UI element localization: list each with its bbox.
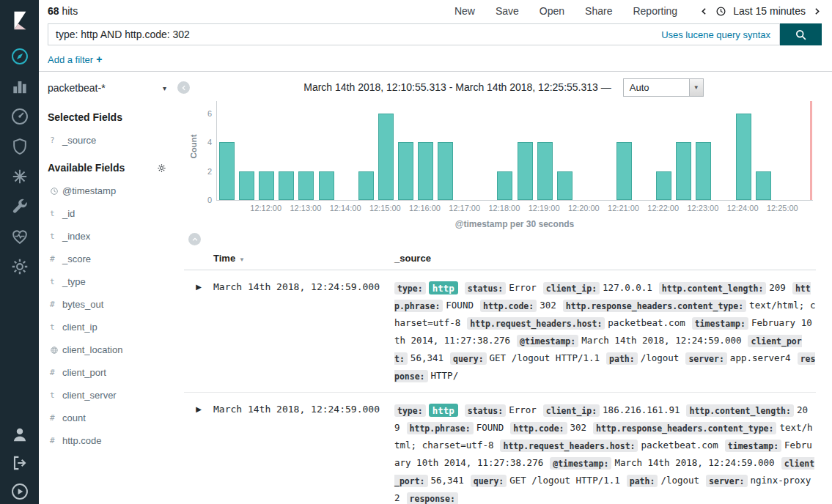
sidebar-item-security[interactable] xyxy=(10,137,29,156)
histogram-bar[interactable] xyxy=(497,171,512,200)
lucene-syntax-link[interactable]: Uses lucene query syntax xyxy=(661,29,770,40)
bar-chart-icon xyxy=(10,77,29,96)
selected-fields-heading: Selected Fields xyxy=(39,101,175,129)
table-header: Time▼ _source xyxy=(184,246,816,270)
sidebar-item-monitoring[interactable] xyxy=(10,227,29,246)
histogram-bar[interactable] xyxy=(219,142,235,200)
sidebar-item-dashboard[interactable] xyxy=(10,107,29,126)
histogram-bar[interactable] xyxy=(398,142,413,200)
field-badge: server: xyxy=(685,352,726,365)
sidebar-item-visualize[interactable] xyxy=(10,77,29,96)
gear-icon[interactable] xyxy=(157,163,166,173)
field-value: /logout xyxy=(660,475,699,486)
x-axis-tick: 12:15:00 xyxy=(369,204,401,212)
histogram-bar[interactable] xyxy=(279,171,294,200)
sidebar-item-account[interactable] xyxy=(10,425,29,444)
field-type-badge: # xyxy=(50,368,62,377)
histogram-bar[interactable] xyxy=(676,142,691,200)
field-item-client-port[interactable]: #client_port xyxy=(39,361,175,384)
field-item-bytes-out[interactable]: #bytes_out xyxy=(39,293,175,316)
search-box: Uses lucene query syntax xyxy=(48,23,780,45)
field-item-id[interactable]: t_id xyxy=(39,202,175,225)
field-badge: type: xyxy=(394,282,426,294)
field-value: 302 xyxy=(570,422,587,433)
field-name: client_ip xyxy=(62,322,97,333)
field-type-badge: # xyxy=(50,413,62,423)
histogram-bar[interactable] xyxy=(616,142,632,200)
field-item-http-code[interactable]: #http.code xyxy=(39,429,175,452)
sidebar-item-discover[interactable] xyxy=(10,47,29,66)
histogram-bar[interactable] xyxy=(259,171,274,200)
field-name: client_server xyxy=(62,390,117,401)
menu-open[interactable]: Open xyxy=(540,5,564,17)
field-type-badge: # xyxy=(50,300,62,309)
field-value: Error xyxy=(509,404,537,415)
field-value: packetbeat.com xyxy=(641,440,718,451)
search-input[interactable] xyxy=(48,29,661,40)
histogram-bar[interactable] xyxy=(656,171,671,200)
column-header-time[interactable]: Time▼ xyxy=(213,253,394,264)
field-item-index[interactable]: t_index xyxy=(39,225,175,248)
kibana-logo[interactable] xyxy=(0,0,39,41)
field-badge: @timestamp: xyxy=(517,335,578,347)
sidebar-item-logout[interactable] xyxy=(10,453,29,472)
sidebar-item-management[interactable] xyxy=(10,257,29,276)
search-button[interactable] xyxy=(780,23,822,45)
field-item-client-server[interactable]: tclient_server xyxy=(39,384,175,407)
histogram-bar[interactable] xyxy=(438,142,453,200)
histogram-bar[interactable] xyxy=(358,171,374,200)
histogram-bar[interactable] xyxy=(557,171,573,200)
time-back-button[interactable] xyxy=(699,7,709,16)
histogram-plot: 0246 xyxy=(216,101,813,201)
field-item-client-location[interactable]: client_location xyxy=(39,338,175,361)
expand-row-button[interactable]: ▶ xyxy=(184,401,213,504)
menu-save[interactable]: Save xyxy=(496,5,519,17)
histogram-bar[interactable] xyxy=(537,142,553,200)
field-item-timestamp[interactable]: @timestamp xyxy=(39,179,175,202)
field-badge: @timestamp: xyxy=(550,457,611,470)
y-axis-tick: 0 xyxy=(199,196,212,204)
sidebar-item-dev-tools[interactable] xyxy=(10,197,29,216)
field-type-badge: t xyxy=(50,322,62,332)
histogram-bar[interactable] xyxy=(696,142,711,200)
collapse-fields-button[interactable] xyxy=(177,81,190,94)
field-item-type[interactable]: t_type xyxy=(39,270,175,293)
interval-select[interactable]: Auto ▼ xyxy=(623,78,704,97)
histogram-bar[interactable] xyxy=(378,114,394,200)
menu-new[interactable]: New xyxy=(454,5,475,17)
time-range-label[interactable]: Last 15 minutes xyxy=(733,5,806,17)
menu-reporting[interactable]: Reporting xyxy=(633,5,677,17)
index-pattern-selector[interactable]: packetbeat-* ▾ xyxy=(39,73,175,101)
expand-row-button[interactable]: ▶ xyxy=(184,279,213,385)
index-pattern-label: packetbeat-* xyxy=(48,82,106,94)
histogram-chart: Count 0246 12:12:0012:13:0012:14:0012:15… xyxy=(216,101,813,229)
histogram-bar[interactable] xyxy=(518,142,533,200)
highlighted-value: http xyxy=(429,281,458,294)
histogram-bar[interactable] xyxy=(756,171,771,200)
x-axis-tick: 12:13:00 xyxy=(290,204,321,212)
x-axis-tick: 12:14:00 xyxy=(330,204,361,212)
collapse-chart-button[interactable] xyxy=(188,233,201,245)
histogram-bar[interactable] xyxy=(239,171,254,200)
field-badge: http.request_headers.host: xyxy=(467,317,605,330)
field-name: _id xyxy=(62,208,75,219)
field-item-count[interactable]: #count xyxy=(39,407,175,429)
field-item-client-ip[interactable]: tclient_ip xyxy=(39,316,175,338)
globe-icon xyxy=(50,346,62,355)
field-value: GET /logout HTTP/1.1 xyxy=(490,352,600,363)
histogram-bar[interactable] xyxy=(418,142,433,200)
histogram-bar[interactable] xyxy=(736,114,751,200)
field-type-badge: ? xyxy=(50,136,62,145)
sidebar-item-timelion[interactable] xyxy=(10,167,29,186)
x-axis-ticks: 12:12:0012:13:0012:14:0012:15:0012:16:00… xyxy=(216,201,813,212)
histogram-bar[interactable] xyxy=(319,171,334,200)
field-value: GET /logout HTTP/1.1 xyxy=(509,475,620,486)
field-item-score[interactable]: #_score xyxy=(39,248,175,270)
histogram-bar[interactable] xyxy=(298,171,314,200)
time-forward-button[interactable] xyxy=(812,7,822,16)
menu-share[interactable]: Share xyxy=(585,5,612,17)
sidebar-item-help[interactable] xyxy=(10,482,29,501)
time-range-end-marker xyxy=(810,101,812,200)
add-filter-button[interactable]: Add a filter+ xyxy=(48,53,102,65)
field-item-source[interactable]: ?_source xyxy=(39,129,175,152)
